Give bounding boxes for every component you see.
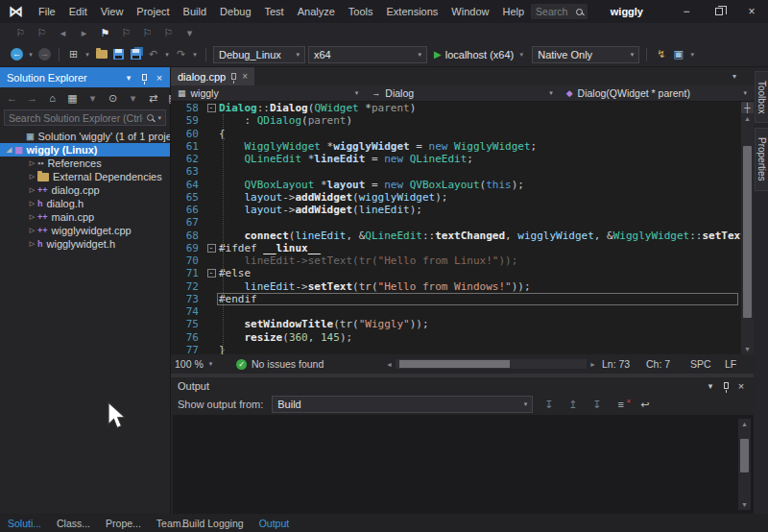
tree-expander-icon[interactable]: ▷ xyxy=(27,213,37,221)
tree-expander-icon[interactable]: ▷ xyxy=(27,227,37,234)
redo-button[interactable]: ↷ xyxy=(174,48,188,60)
undo-button[interactable]: ↶ xyxy=(146,48,160,60)
close-panel-button[interactable]: × xyxy=(152,67,167,87)
solution-platform-select[interactable]: x64 ▾ xyxy=(308,46,427,63)
scroll-right-icon[interactable]: ► xyxy=(589,361,596,368)
split-window-handle[interactable]: ┼ xyxy=(741,102,754,113)
menu-test[interactable]: Test xyxy=(258,0,291,23)
tree-expander-icon[interactable]: ▷ xyxy=(27,159,37,167)
output-content[interactable]: ▲ ▼ xyxy=(173,415,754,514)
next-message-icon[interactable]: ↧ xyxy=(589,399,604,411)
sync-with-active-document-icon[interactable]: ⇄ xyxy=(146,92,160,105)
menu-build[interactable]: Build xyxy=(177,0,213,23)
bottom-tab-build-logging[interactable]: Build Logging xyxy=(175,514,252,532)
switch-views-icon[interactable]: ▦ xyxy=(65,92,80,105)
close-button[interactable]: × xyxy=(735,0,768,23)
pending-changes-filter-icon[interactable]: ⊙ xyxy=(106,92,120,105)
next-bookmark-icon[interactable]: ▸ xyxy=(77,27,91,39)
clear-bookmarks-icon[interactable]: ⚐ xyxy=(161,27,176,39)
navbar-scope-type[interactable]: →Dialog▾ xyxy=(365,85,559,101)
tree-item-dialog-cpp[interactable]: ▷++dialog.cpp xyxy=(0,183,170,197)
goto-message-icon[interactable]: ↧ xyxy=(541,399,556,411)
menu-edit[interactable]: Edit xyxy=(62,0,94,23)
scroll-down-icon[interactable]: ▼ xyxy=(744,344,751,354)
scrollbar-thumb[interactable] xyxy=(399,360,510,368)
spaces-indicator[interactable]: SPC xyxy=(690,358,725,370)
output-source-select[interactable]: Build ▾ xyxy=(272,396,533,413)
navigate-back-caret-icon[interactable]: ▾ xyxy=(27,51,35,59)
undo-caret-icon[interactable]: ▾ xyxy=(163,51,171,59)
tree-item-wigglywidget-cpp[interactable]: ▷++wigglywidget.cpp xyxy=(0,224,170,237)
auto-hide-pin-button[interactable] xyxy=(136,67,152,87)
save-button[interactable] xyxy=(111,49,126,60)
tree-expander-icon[interactable]: ▷ xyxy=(27,173,37,181)
editor-horizontal-scrollbar[interactable]: ◄ ► xyxy=(386,359,596,369)
home-icon[interactable]: ⌂ xyxy=(45,92,60,104)
fold-collapse-icon[interactable]: - xyxy=(207,269,216,278)
prev-bookmark-folder-icon[interactable]: ⚐ xyxy=(119,27,133,39)
document-health-indicator[interactable]: ✓ No issues found xyxy=(236,358,380,370)
column-indicator[interactable]: Ch: 7 xyxy=(646,358,690,370)
solution-explorer-search-input[interactable]: Search Solution Explorer (Ctrl+;) ▾ xyxy=(4,109,166,126)
code-editor[interactable]: 58-Dialog::Dialog(QWidget *parent)59 : Q… xyxy=(171,102,754,354)
bottom-tab-output[interactable]: Output xyxy=(252,514,298,532)
tree-expander-icon[interactable]: ▷ xyxy=(27,186,37,194)
menu-view[interactable]: View xyxy=(94,0,131,23)
output-header[interactable]: Output ▾ × xyxy=(171,377,754,394)
redo-caret-icon[interactable]: ▾ xyxy=(191,51,199,59)
new-project-caret-icon[interactable]: ▾ xyxy=(84,51,91,59)
forward-icon[interactable]: → xyxy=(25,92,39,104)
tab-dialog-cpp[interactable]: dialog.cpp × xyxy=(171,67,254,85)
scroll-up-icon[interactable]: ▲ xyxy=(744,113,751,124)
scroll-down-icon[interactable]: ▼ xyxy=(741,499,748,510)
scrollbar-thumb[interactable] xyxy=(740,439,749,472)
open-file-button[interactable] xyxy=(94,50,108,59)
window-position-caret-icon[interactable]: ▾ xyxy=(121,67,136,87)
toolbar-overflow-icon[interactable]: ▾ xyxy=(182,27,197,39)
document-list-caret-icon[interactable]: ▾ xyxy=(732,72,736,81)
pin-tab-icon[interactable] xyxy=(231,72,236,82)
tree-item-wigglywidget-h[interactable]: ▷hwigglywidget.h xyxy=(0,237,170,251)
next-bookmark-folder-icon[interactable]: ⚐ xyxy=(140,27,155,39)
side-tab-toolbox[interactable]: Toolbox xyxy=(755,71,768,123)
back-icon[interactable]: ← xyxy=(5,92,19,104)
switch-views-caret-icon[interactable]: ▾ xyxy=(85,92,100,105)
navigate-back-button[interactable]: ← xyxy=(10,48,24,60)
menu-window[interactable]: Window xyxy=(444,0,495,23)
menu-project[interactable]: Project xyxy=(130,0,176,23)
solution-explorer-header[interactable]: Solution Explorer ▾ × xyxy=(0,67,170,87)
tree-expander-icon[interactable]: ◢ xyxy=(4,146,14,154)
quick-search-input[interactable]: Search xyxy=(531,4,588,19)
new-project-button[interactable]: ⊞ xyxy=(66,48,81,60)
scroll-up-icon[interactable]: ▲ xyxy=(741,419,748,429)
toggle-bookmark-icon[interactable]: ⚑ xyxy=(98,27,112,39)
tree-item-solution-wiggly-1-of-1-project-[interactable]: ▣Solution 'wiggly' (1 of 1 project) xyxy=(0,130,170,143)
attach-to-process-button[interactable]: ↯ xyxy=(654,48,668,60)
tree-item-wiggly-linux-[interactable]: ◢▦wiggly (Linux) xyxy=(0,143,170,157)
clear-all-icon[interactable]: ≡× xyxy=(613,399,628,410)
toolbar-overflow-icon[interactable]: ▾ xyxy=(688,51,696,59)
word-wrap-icon[interactable]: ↩ xyxy=(637,399,652,411)
menu-tools[interactable]: Tools xyxy=(342,0,380,23)
scrollbar-thumb[interactable] xyxy=(743,146,752,318)
solution-configuration-select[interactable]: Debug_Linux ▾ xyxy=(213,46,305,63)
minimize-button[interactable]: − xyxy=(670,0,703,23)
bottom-tab-class[interactable]: Class... xyxy=(49,514,98,532)
scroll-left-icon[interactable]: ◄ xyxy=(386,361,393,368)
restore-button[interactable] xyxy=(703,0,735,23)
line-ending-indicator[interactable]: LF xyxy=(725,358,744,370)
menu-debug[interactable]: Debug xyxy=(213,0,257,23)
menu-analyze[interactable]: Analyze xyxy=(291,0,342,23)
start-debugging-button[interactable]: ▶ localhost (x64) ▾ xyxy=(430,49,529,60)
side-tab-properties[interactable]: Properties xyxy=(755,128,768,191)
menu-help[interactable]: Help xyxy=(495,0,531,23)
prev-message-icon[interactable]: ↥ xyxy=(565,399,580,411)
debugger-type-select[interactable]: Native Only ▾ xyxy=(532,46,639,63)
output-vertical-scrollbar[interactable]: ▲ ▼ xyxy=(738,419,751,510)
close-panel-button[interactable]: × xyxy=(733,377,749,394)
save-all-button[interactable] xyxy=(129,49,143,60)
line-indicator[interactable]: Ln: 73 xyxy=(602,358,646,370)
tree-expander-icon[interactable]: ▷ xyxy=(27,200,37,207)
fold-collapse-icon[interactable]: - xyxy=(207,104,216,112)
tree-item-main-cpp[interactable]: ▷++main.cpp xyxy=(0,210,170,224)
